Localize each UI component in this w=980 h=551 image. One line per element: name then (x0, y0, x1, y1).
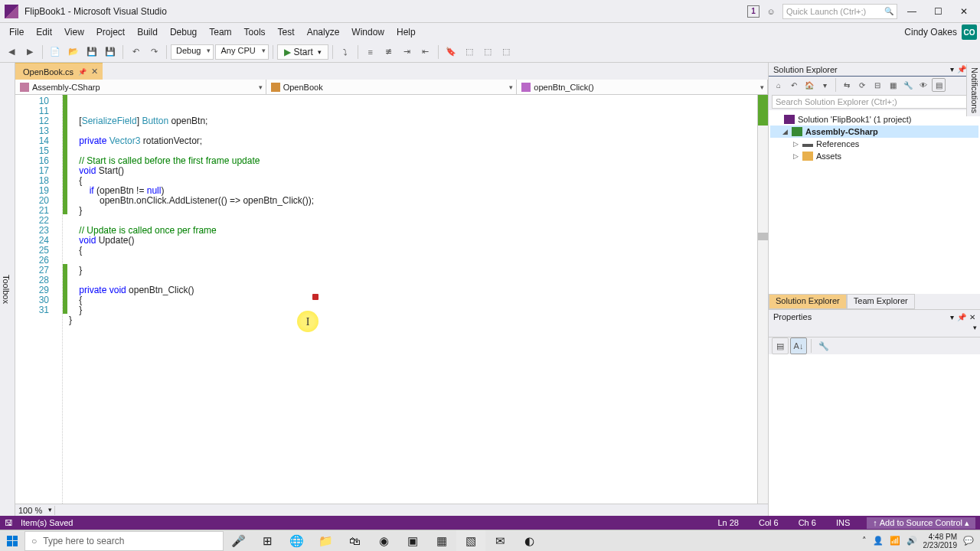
mail-icon[interactable]: ✉ (485, 530, 514, 552)
sol-more-icon[interactable]: ▤ (932, 78, 946, 92)
step-icon[interactable]: ⤵ (337, 44, 354, 60)
tab-team-explorer[interactable]: Team Explorer (847, 294, 915, 309)
start-menu-button[interactable] (0, 530, 24, 552)
outline-column[interactable] (54, 95, 63, 504)
refresh-icon[interactable]: ⟳ (855, 78, 869, 92)
close-button[interactable]: ✕ (952, 4, 975, 19)
redo-icon[interactable]: ↷ (145, 44, 162, 60)
overview-ruler[interactable] (757, 95, 768, 504)
file-tab[interactable]: OpenBook.cs 📌 ✕ (15, 63, 103, 80)
menu-window[interactable]: Window (345, 24, 390, 41)
menu-debug[interactable]: Debug (164, 24, 203, 41)
showall-icon[interactable]: ▦ (886, 78, 900, 92)
user-badge[interactable]: Cindy Oakes CO (904, 24, 977, 40)
forward-icon[interactable]: ▶ (21, 44, 38, 60)
nav-member[interactable]: openBtn_Click() (517, 80, 768, 94)
clock[interactable]: 4:48 PM2/23/2019 (923, 533, 958, 549)
nav-class[interactable]: OpenBook (266, 80, 518, 94)
open-icon[interactable]: 📂 (65, 44, 82, 60)
maximize-button[interactable]: ☐ (926, 4, 949, 19)
app2-icon[interactable]: ▦ (427, 530, 456, 552)
sol-view-icon[interactable]: ▾ (818, 78, 831, 92)
home-icon[interactable]: ⌂ (772, 78, 786, 92)
tray-up-icon[interactable]: ˄ (862, 536, 867, 546)
menu-help[interactable]: Help (390, 24, 422, 41)
wifi-icon[interactable]: 📶 (890, 536, 900, 546)
start-button[interactable]: ▶Start▾ (277, 44, 328, 60)
system-tray[interactable]: ˄ 👤 📶 🔊 4:48 PM2/23/2019 💬 (856, 533, 981, 549)
menu-build[interactable]: Build (131, 24, 164, 41)
menu-edit[interactable]: Edit (30, 24, 58, 41)
zoom-combo[interactable]: 100 % (15, 506, 55, 515)
attach2-icon[interactable]: ⬚ (479, 44, 496, 60)
toolbox-rail[interactable]: Toolbox (0, 63, 15, 516)
action-center-icon[interactable]: 💬 (963, 536, 974, 546)
tree-solution[interactable]: Solution 'FlipBook1' (1 project) (770, 113, 978, 126)
sync-icon[interactable]: ⇆ (840, 78, 854, 92)
feedback-icon[interactable]: ☺ (763, 3, 779, 20)
properties-object-combo[interactable]: ▾ (769, 324, 980, 337)
attach-icon[interactable]: ⬚ (461, 44, 478, 60)
new-project-icon[interactable]: 📄 (47, 44, 64, 60)
notifications-flag-icon[interactable]: 1 (747, 5, 760, 18)
properties-icon[interactable]: 🔧 (901, 78, 915, 92)
sol-home-icon[interactable]: 🏠 (802, 78, 816, 92)
people-icon[interactable]: 👤 (873, 536, 884, 546)
collapse-icon[interactable]: ⊟ (871, 78, 884, 92)
menu-file[interactable]: File (3, 24, 30, 41)
code-text[interactable]: [SerializeField] Button openBtn; private… (67, 95, 757, 504)
prop-dropdown-icon[interactable]: ▾ (950, 313, 954, 321)
code-area[interactable]: 1011121314151617181920212223242526272829… (15, 95, 768, 504)
app3-icon[interactable]: ◐ (514, 530, 544, 552)
app1-icon[interactable]: ▣ (398, 530, 427, 552)
notifications-rail[interactable]: Notifications (966, 64, 980, 116)
solution-header[interactable]: Solution Explorer ▾📌✕ (769, 63, 980, 77)
menu-team[interactable]: Team (203, 24, 237, 41)
outdent-icon[interactable]: ⇤ (417, 44, 434, 60)
quick-launch-input[interactable]: Quick Launch (Ctrl+;) (782, 4, 897, 19)
bookmark-icon[interactable]: 🔖 (443, 44, 459, 60)
ruler-thumb[interactable] (758, 233, 768, 240)
menu-test[interactable]: Test (272, 24, 301, 41)
tree-assets[interactable]: ▷Assets (770, 150, 978, 162)
sol-pin-icon[interactable]: 📌 (957, 65, 966, 73)
sol-back-icon[interactable]: ↶ (787, 78, 801, 92)
tree-project[interactable]: ◢Assembly-CSharp (770, 126, 978, 138)
undo-icon[interactable]: ↶ (127, 44, 144, 60)
tab-close-icon[interactable]: ✕ (91, 67, 98, 77)
taskbar-search-input[interactable]: ○Type here to search (24, 531, 224, 551)
edge-icon[interactable]: 🌐 (282, 530, 311, 552)
minimize-button[interactable]: — (900, 4, 923, 19)
config-combo[interactable]: Debug (171, 44, 214, 60)
tree-references[interactable]: ▷References (770, 138, 978, 150)
save-icon[interactable]: 💾 (83, 44, 100, 60)
attach3-icon[interactable]: ⬚ (498, 44, 514, 60)
alphabetical-icon[interactable]: A↓ (790, 337, 807, 354)
explorer-icon[interactable]: 📁 (311, 530, 340, 552)
indent-icon[interactable]: ⇥ (399, 44, 416, 60)
prop-wrench-icon[interactable]: 🔧 (815, 337, 832, 354)
cortana-mic-icon[interactable]: 🎤 (224, 530, 253, 552)
sol-dropdown-icon[interactable]: ▾ (950, 65, 954, 73)
solution-search-input[interactable]: Search Solution Explorer (Ctrl+;) (772, 95, 977, 109)
store-icon[interactable]: 🛍 (340, 530, 369, 552)
preview-icon[interactable]: 👁 (916, 78, 930, 92)
prop-close-icon[interactable]: ✕ (969, 313, 975, 321)
task-view-icon[interactable]: ⊞ (253, 530, 282, 552)
back-icon[interactable]: ◀ (3, 44, 20, 60)
comment-icon[interactable]: ≡ (362, 44, 379, 60)
menu-view[interactable]: View (58, 24, 90, 41)
prop-pin-icon[interactable]: 📌 (957, 313, 966, 321)
source-control-button[interactable]: ↑ Add to Source Control ▴ (867, 517, 975, 529)
tab-solution-explorer[interactable]: Solution Explorer (769, 294, 847, 309)
platform-combo[interactable]: Any CPU (215, 44, 269, 60)
properties-header[interactable]: Properties ▾📌✕ (769, 310, 980, 324)
categorized-icon[interactable]: ▤ (772, 337, 789, 354)
nav-project[interactable]: Assembly-CSharp (15, 80, 266, 94)
chrome-icon[interactable]: ◉ (369, 530, 398, 552)
volume-icon[interactable]: 🔊 (906, 536, 917, 546)
menu-project[interactable]: Project (90, 24, 131, 41)
solution-tree[interactable]: Solution 'FlipBook1' (1 project) ◢Assemb… (769, 110, 980, 294)
vs-taskbar-icon[interactable]: ▧ (456, 530, 485, 552)
uncomment-icon[interactable]: ≢ (381, 44, 397, 60)
